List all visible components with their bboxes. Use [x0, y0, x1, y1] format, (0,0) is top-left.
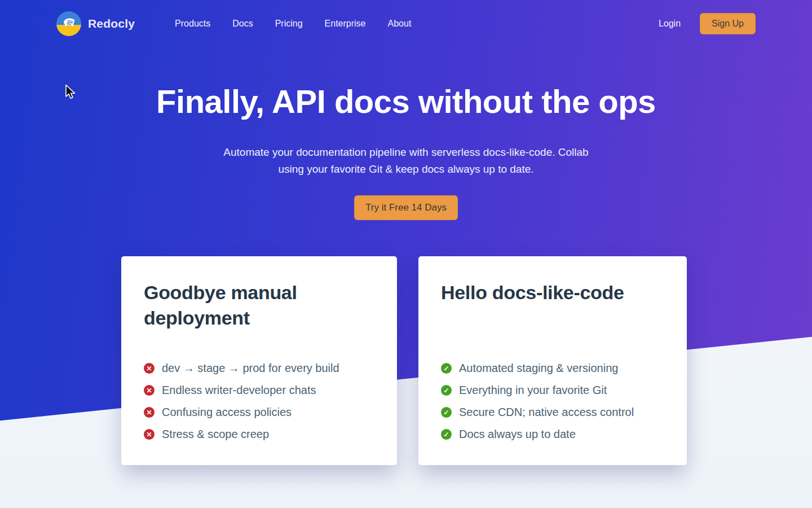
list-item-label: Automated staging & versioning [459, 362, 618, 375]
check-icon: ✓ [441, 385, 452, 396]
list-item: ✓ Everything in your favorite Git [441, 379, 664, 401]
cross-icon: ✕ [144, 385, 155, 396]
redocly-landing-page: Redocly Products Docs Pricing Enterprise… [0, 0, 812, 508]
signup-button[interactable]: Sign Up [700, 13, 756, 34]
list-item: ✕ Confusing access policies [144, 401, 374, 423]
scroll-glyph [60, 15, 77, 32]
hero-title: Finally, API docs without the ops [0, 83, 812, 121]
list-item: ✓ Automated staging & versioning [441, 357, 664, 379]
top-nav: Redocly Products Docs Pricing Enterprise… [0, 0, 812, 47]
main-nav: Products Docs Pricing Enterprise About [175, 19, 411, 29]
card-goodbye-manual-deployment: Goodbye manual deployment ✕ dev → stage … [121, 256, 397, 465]
cross-icon: ✕ [144, 363, 155, 374]
list-item-label: Stress & scope creep [162, 428, 269, 441]
benefits-list: ✓ Automated staging & versioning ✓ Every… [441, 357, 664, 445]
list-item: ✓ Secure CDN; native access control [441, 401, 664, 423]
cross-icon: ✕ [144, 407, 155, 418]
nav-item-about[interactable]: About [388, 19, 412, 29]
redocly-logo-icon [56, 11, 81, 36]
cross-icon: ✕ [144, 429, 155, 440]
card-title: Goodbye manual deployment [144, 280, 374, 357]
nav-item-enterprise[interactable]: Enterprise [325, 19, 366, 29]
list-item-label: Endless writer-developer chats [162, 384, 316, 397]
hero-subtitle-line2: using your favorite Git & keep docs alwa… [0, 161, 812, 178]
card-hello-docs-like-code: Hello docs-like-code ✓ Automated staging… [418, 256, 687, 465]
mouse-cursor [63, 84, 78, 100]
list-item-label: Docs always up to date [459, 428, 576, 441]
hero-subtitle-line1: Automate your documentation pipeline wit… [0, 144, 812, 161]
brand-name: Redocly [88, 17, 135, 30]
pain-points-list: ✕ dev → stage → prod for every build ✕ E… [144, 357, 374, 445]
auth-actions: Login Sign Up [659, 13, 756, 34]
list-item-label: Secure CDN; native access control [459, 406, 634, 419]
list-item-label: dev → stage → prod for every build [162, 362, 339, 375]
cta-button[interactable]: Try it Free 14 Days [354, 195, 458, 220]
nav-item-products[interactable]: Products [175, 19, 210, 29]
hero-content: Finally, API docs without the ops Automa… [0, 47, 812, 220]
check-icon: ✓ [441, 363, 452, 374]
login-link[interactable]: Login [659, 19, 681, 29]
brand-home-link[interactable]: Redocly [56, 11, 135, 36]
card-title: Hello docs-like-code [441, 280, 664, 357]
list-item-label: Confusing access policies [162, 406, 292, 419]
list-item: ✕ Stress & scope creep [144, 423, 374, 445]
nav-item-docs[interactable]: Docs [232, 19, 253, 29]
comparison-cards: Goodbye manual deployment ✕ dev → stage … [121, 256, 687, 465]
check-icon: ✓ [441, 407, 452, 418]
list-item: ✕ dev → stage → prod for every build [144, 357, 374, 379]
hero-subtitle: Automate your documentation pipeline wit… [0, 144, 812, 178]
list-item: ✕ Endless writer-developer chats [144, 379, 374, 401]
check-icon: ✓ [441, 429, 452, 440]
list-item-label: Everything in your favorite Git [459, 384, 607, 397]
list-item: ✓ Docs always up to date [441, 423, 664, 445]
nav-item-pricing[interactable]: Pricing [275, 19, 303, 29]
